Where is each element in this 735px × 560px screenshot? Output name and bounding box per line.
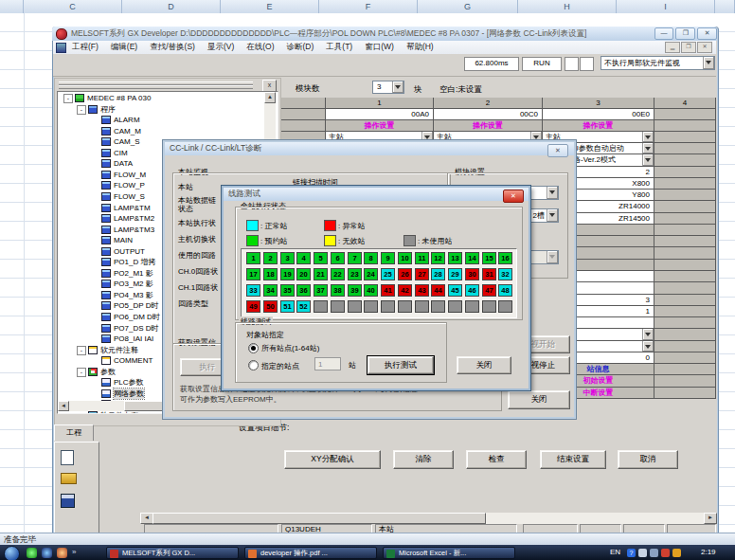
chevron-down-icon[interactable]	[642, 132, 654, 142]
tab-project[interactable]: 工程	[54, 425, 94, 441]
excel-column-F[interactable]: F	[319, 0, 418, 13]
station-29[interactable]: 29	[448, 268, 462, 280]
module-count-combo[interactable]: 3	[372, 81, 404, 94]
station-33[interactable]: 33	[246, 284, 260, 297]
station-44[interactable]: 44	[431, 284, 445, 297]
help-tray-icon[interactable]: ?	[627, 549, 636, 557]
station-51[interactable]: 51	[280, 300, 295, 313]
scroll-left-icon[interactable]: ◄	[58, 401, 69, 411]
station-58[interactable]	[398, 300, 412, 313]
station-37[interactable]: 37	[314, 284, 328, 297]
line-test-title-bar[interactable]: 线路测试	[224, 188, 529, 201]
chevron-down-icon[interactable]	[547, 187, 558, 199]
excel-column-blank[interactable]	[715, 0, 735, 13]
button-取消[interactable]: 取消	[618, 450, 678, 469]
excel-column-E[interactable]: E	[221, 0, 319, 13]
restore-button[interactable]: ❐	[675, 27, 695, 40]
station-14[interactable]: 14	[465, 252, 479, 264]
station-62[interactable]	[465, 300, 479, 313]
station-4[interactable]: 4	[296, 252, 311, 264]
radio-specified-station[interactable]	[248, 360, 259, 370]
mdi-close-button[interactable]: ✕	[697, 42, 712, 53]
io-number-cell[interactable]: 00C0	[434, 109, 543, 120]
chevron-down-icon[interactable]	[547, 209, 558, 222]
station-45[interactable]: 45	[448, 284, 462, 297]
excel-column-G[interactable]: G	[418, 0, 518, 13]
station-2[interactable]: 2	[263, 252, 278, 264]
station-56[interactable]	[364, 300, 378, 313]
chevron-down-icon[interactable]	[642, 329, 654, 340]
menu-窗口[interactable]: 窗口(W)	[365, 42, 394, 51]
station-38[interactable]: 38	[331, 284, 345, 297]
menu-编辑[interactable]: 编辑(E)	[111, 42, 137, 51]
station-61[interactable]	[448, 300, 462, 313]
tree-expand-icon[interactable]: -	[63, 94, 73, 103]
network-icon[interactable]	[650, 549, 658, 557]
station-12[interactable]: 12	[431, 252, 445, 264]
close-icon[interactable]: ✕	[547, 144, 568, 157]
tree-expand-icon[interactable]: -	[77, 368, 86, 377]
station-22[interactable]: 22	[331, 268, 345, 280]
station-19[interactable]: 19	[280, 268, 295, 280]
menu-诊断[interactable]: 诊断(D)	[287, 42, 314, 51]
station-11[interactable]: 11	[415, 252, 429, 264]
alert-tray-icon[interactable]	[661, 549, 670, 557]
new-file-icon[interactable]	[61, 450, 74, 465]
button-XY分配确认[interactable]: XY分配确认	[284, 450, 381, 469]
excel-column-blank[interactable]	[0, 0, 24, 13]
quick-launch-icon[interactable]	[42, 548, 52, 558]
dock-grip[interactable]	[59, 85, 253, 89]
scroll-right-icon[interactable]: ►	[704, 513, 717, 524]
station-60[interactable]	[431, 300, 445, 313]
tree-item-程序[interactable]: -程序	[58, 104, 276, 115]
station-53[interactable]	[314, 300, 328, 313]
operation-setting-link[interactable]: 操作设置	[434, 120, 543, 132]
station-30[interactable]: 30	[465, 268, 479, 280]
station-5[interactable]: 5	[314, 252, 328, 264]
station-20[interactable]: 20	[296, 268, 311, 280]
station-18[interactable]: 18	[263, 268, 278, 280]
excel-column-D[interactable]: D	[122, 0, 221, 13]
station-24[interactable]: 24	[364, 268, 378, 280]
mdi-child-icon[interactable]	[56, 43, 66, 53]
mdi-minimize-button[interactable]: ▁	[665, 42, 680, 53]
station-number-input[interactable]: 1	[314, 357, 341, 370]
station-10[interactable]: 10	[398, 252, 412, 264]
station-36[interactable]: 36	[296, 284, 311, 297]
station-63[interactable]	[482, 300, 496, 313]
station-23[interactable]: 23	[348, 268, 362, 280]
station-64[interactable]	[498, 300, 512, 313]
excel-column-C[interactable]: C	[24, 0, 122, 13]
menu-显示[interactable]: 显示(V)	[207, 42, 234, 51]
chevron-down-icon[interactable]	[703, 57, 714, 69]
station-43[interactable]: 43	[415, 284, 429, 297]
line-test-close-button[interactable]: 关闭	[457, 356, 511, 374]
station-21[interactable]: 21	[314, 268, 328, 280]
station-26[interactable]: 26	[398, 268, 412, 280]
device-monitor-combo[interactable]: 不执行局部软元件监视	[601, 56, 715, 70]
scroll-left-icon[interactable]: ◄	[140, 513, 153, 524]
speaker-icon[interactable]	[638, 549, 647, 557]
io-number-cell[interactable]: 00A0	[326, 109, 434, 120]
mdi-restore-button[interactable]: ❐	[681, 42, 696, 53]
execute-test-button[interactable]: 执行测试	[368, 356, 434, 374]
menu-查找/替换[interactable]: 查找/替换(S)	[150, 42, 195, 51]
station-13[interactable]: 13	[448, 252, 462, 264]
chevron-down-icon[interactable]	[642, 154, 654, 166]
quick-launch-icon[interactable]	[27, 548, 37, 558]
io-number-cell[interactable]: 00E0	[543, 109, 654, 120]
station-32[interactable]: 32	[498, 268, 512, 280]
station-3[interactable]: 3	[280, 252, 295, 264]
menu-在线[interactable]: 在线(O)	[246, 42, 274, 51]
chevron-down-icon[interactable]	[392, 81, 403, 93]
task-button-3[interactable]: Microsoft Excel - 新...	[383, 547, 515, 559]
operation-setting-link[interactable]: 操作设置	[543, 120, 654, 132]
quick-launch-expand-icon[interactable]: »	[72, 548, 76, 556]
menu-工程[interactable]: 工程(F)	[72, 42, 99, 51]
save-icon[interactable]	[61, 494, 75, 508]
tree-item-ALARM[interactable]: ALARM	[58, 115, 276, 125]
station-41[interactable]: 41	[381, 284, 395, 297]
operation-setting-link[interactable]: 操作设置	[326, 120, 434, 132]
language-indicator[interactable]: EN	[610, 548, 620, 556]
excel-column-I[interactable]: I	[617, 0, 715, 13]
